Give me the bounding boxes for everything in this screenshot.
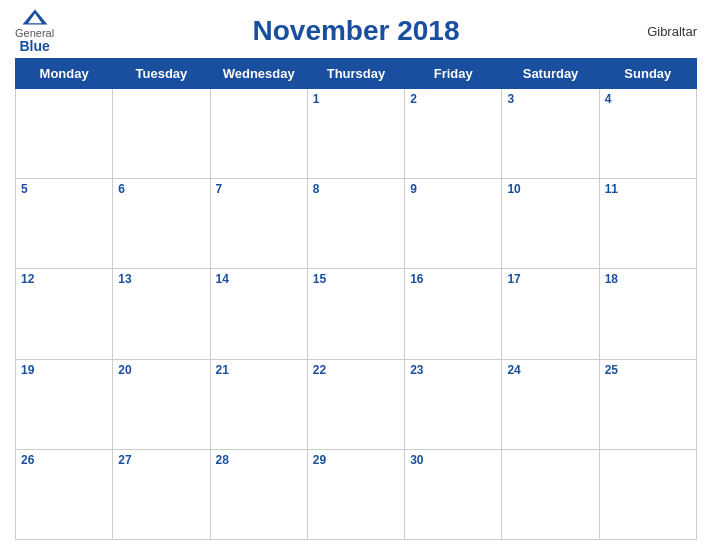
day-number: 18 (605, 272, 618, 286)
calendar-cell: 1 (307, 89, 404, 179)
day-number: 29 (313, 453, 326, 467)
day-number: 22 (313, 363, 326, 377)
calendar-cell (599, 449, 696, 539)
day-number: 26 (21, 453, 34, 467)
day-number: 28 (216, 453, 229, 467)
calendar-cell: 10 (502, 179, 599, 269)
day-number: 19 (21, 363, 34, 377)
calendar-cell: 13 (113, 269, 210, 359)
calendar-cell (210, 89, 307, 179)
day-number: 8 (313, 182, 320, 196)
day-number: 14 (216, 272, 229, 286)
calendar-table: MondayTuesdayWednesdayThursdayFridaySatu… (15, 58, 697, 540)
day-number: 23 (410, 363, 423, 377)
calendar-cell: 6 (113, 179, 210, 269)
calendar-cell: 25 (599, 359, 696, 449)
day-number: 1 (313, 92, 320, 106)
calendar-cell: 30 (405, 449, 502, 539)
calendar-cell: 15 (307, 269, 404, 359)
calendar-cell (16, 89, 113, 179)
calendar-cell: 16 (405, 269, 502, 359)
day-number: 2 (410, 92, 417, 106)
calendar-week-1: 1234 (16, 89, 697, 179)
calendar-cell: 27 (113, 449, 210, 539)
calendar-cell: 9 (405, 179, 502, 269)
logo-blue-text: Blue (19, 39, 49, 54)
page-title: November 2018 (252, 15, 459, 47)
calendar-cell: 29 (307, 449, 404, 539)
day-number: 16 (410, 272, 423, 286)
weekday-header-thursday: Thursday (307, 59, 404, 89)
logo: General Blue (15, 8, 54, 54)
weekday-header-saturday: Saturday (502, 59, 599, 89)
calendar-header-row: MondayTuesdayWednesdayThursdayFridaySatu… (16, 59, 697, 89)
calendar-week-2: 567891011 (16, 179, 697, 269)
day-number: 27 (118, 453, 131, 467)
weekday-header-wednesday: Wednesday (210, 59, 307, 89)
calendar-week-4: 19202122232425 (16, 359, 697, 449)
calendar-cell: 5 (16, 179, 113, 269)
calendar-cell: 20 (113, 359, 210, 449)
calendar-cell: 21 (210, 359, 307, 449)
calendar-cell: 22 (307, 359, 404, 449)
calendar-cell: 19 (16, 359, 113, 449)
calendar-cell (502, 449, 599, 539)
calendar-week-5: 2627282930 (16, 449, 697, 539)
weekday-header-monday: Monday (16, 59, 113, 89)
day-number: 11 (605, 182, 618, 196)
day-number: 21 (216, 363, 229, 377)
day-number: 24 (507, 363, 520, 377)
weekday-header-tuesday: Tuesday (113, 59, 210, 89)
calendar-cell: 23 (405, 359, 502, 449)
calendar-cell: 11 (599, 179, 696, 269)
calendar-cell: 24 (502, 359, 599, 449)
logo-icon (21, 8, 49, 26)
calendar-cell: 17 (502, 269, 599, 359)
weekday-header-friday: Friday (405, 59, 502, 89)
calendar-cell: 2 (405, 89, 502, 179)
calendar-cell (113, 89, 210, 179)
country-label: Gibraltar (647, 24, 697, 39)
calendar-week-3: 12131415161718 (16, 269, 697, 359)
calendar-cell: 28 (210, 449, 307, 539)
calendar-header: General Blue November 2018 Gibraltar (15, 10, 697, 52)
calendar-cell: 26 (16, 449, 113, 539)
day-number: 7 (216, 182, 223, 196)
day-number: 6 (118, 182, 125, 196)
calendar-cell: 3 (502, 89, 599, 179)
day-number: 9 (410, 182, 417, 196)
calendar-cell: 12 (16, 269, 113, 359)
day-number: 10 (507, 182, 520, 196)
day-number: 13 (118, 272, 131, 286)
day-number: 5 (21, 182, 28, 196)
calendar-cell: 14 (210, 269, 307, 359)
calendar-cell: 8 (307, 179, 404, 269)
day-number: 17 (507, 272, 520, 286)
day-number: 4 (605, 92, 612, 106)
day-number: 25 (605, 363, 618, 377)
day-number: 3 (507, 92, 514, 106)
weekday-header-sunday: Sunday (599, 59, 696, 89)
day-number: 12 (21, 272, 34, 286)
day-number: 15 (313, 272, 326, 286)
day-number: 30 (410, 453, 423, 467)
day-number: 20 (118, 363, 131, 377)
calendar-cell: 18 (599, 269, 696, 359)
calendar-cell: 4 (599, 89, 696, 179)
calendar-body: 1234567891011121314151617181920212223242… (16, 89, 697, 540)
calendar-cell: 7 (210, 179, 307, 269)
